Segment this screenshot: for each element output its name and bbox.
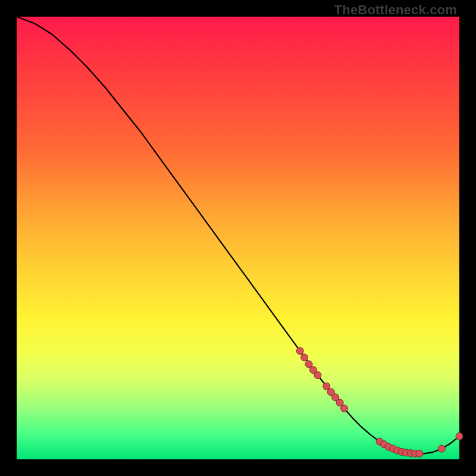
data-marker xyxy=(296,347,303,355)
data-marker xyxy=(456,433,463,440)
watermark-text: TheBottleneck.com xyxy=(334,2,457,18)
bottleneck-curve xyxy=(17,17,459,453)
data-marker xyxy=(341,405,348,412)
marker-group xyxy=(296,347,463,458)
chart-frame: TheBottleneck.com xyxy=(0,0,476,476)
data-marker xyxy=(301,354,308,361)
data-marker xyxy=(438,445,445,452)
plot-area xyxy=(17,17,459,459)
data-marker xyxy=(314,372,321,379)
curve-svg xyxy=(17,17,459,459)
data-marker xyxy=(416,450,423,457)
